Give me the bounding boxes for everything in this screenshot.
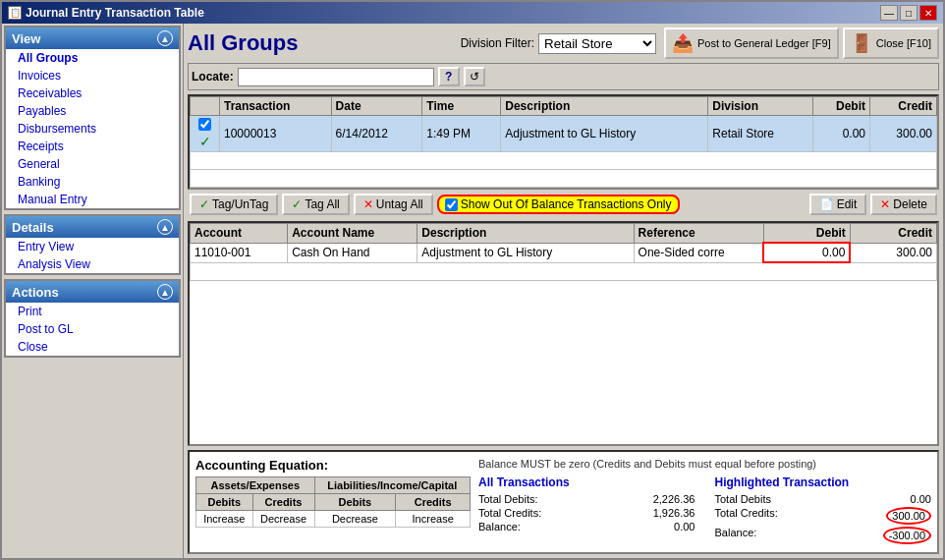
total-credits-row: Total Credits: 1,926.36 [478, 507, 695, 519]
col-time: Time [422, 97, 501, 116]
window-title: Journal Entry Transaction Table [26, 6, 204, 20]
debits-header1: Debits [196, 494, 253, 511]
actions-header: Actions ▲ [6, 281, 179, 303]
decrease1: Decrease [252, 511, 314, 528]
total-credits-value: 1,926.36 [653, 507, 695, 519]
lower-row-account-name: Cash On Hand [288, 243, 417, 262]
sidebar-item-manual-entry[interactable]: Manual Entry [6, 191, 179, 208]
sidebar-item-receipts[interactable]: Receipts [6, 138, 179, 155]
division-filter-label: Division Filter: [461, 36, 534, 50]
row-check[interactable]: ✓ [191, 116, 220, 152]
lower-col-debit: Debit [763, 224, 850, 244]
division-filter-select[interactable]: Retail Store [538, 33, 656, 54]
h-total-debits-value: 0.00 [911, 493, 931, 505]
total-debits-row: Total Debits: 2,226.36 [478, 493, 695, 505]
assets-header: Assets/Expenses [196, 477, 315, 494]
sidebar-item-payables[interactable]: Payables [6, 102, 179, 120]
locate-help-button[interactable]: ? [438, 67, 460, 86]
col-check [191, 97, 220, 116]
locate-refresh-button[interactable]: ↺ [464, 67, 485, 86]
lower-col-credit: Credit [850, 224, 936, 244]
increase2: Increase [396, 511, 471, 528]
sidebar-item-post-to-gl[interactable]: Post to GL [6, 320, 179, 338]
all-transactions-title: All Transactions [478, 476, 695, 489]
tag-untag-button[interactable]: ✓ Tag/UnTag [190, 194, 278, 215]
balance-grid: All Transactions Total Debits: 2,226.36 … [478, 476, 931, 546]
toolbar-buttons: 📤 Post to General Ledger [F9] 🚪 Close [F… [664, 28, 939, 59]
details-collapse-icon[interactable]: ▲ [157, 219, 173, 235]
header-controls: Division Filter: Retail Store 📤 Post to … [461, 28, 939, 59]
lower-col-account: Account [191, 224, 288, 244]
edit-button[interactable]: 📄 Edit [809, 194, 867, 215]
lower-col-description: Description [417, 224, 634, 244]
credits-header2: Credits [396, 494, 471, 511]
accounting-title: Accounting Equation: [195, 458, 471, 473]
minimize-button[interactable]: — [880, 5, 898, 21]
h-total-credits-row: Total Credits: 300.00 [715, 507, 932, 525]
show-out-of-balance-label[interactable]: Show Out Of Balance Transactions Only [437, 195, 680, 214]
debits-header2: Debits [314, 494, 396, 511]
h-total-debits-label: Total Debits [715, 493, 771, 505]
row-date: 6/14/2012 [331, 116, 422, 152]
untag-all-button[interactable]: ✕ Untag All [354, 194, 433, 215]
sidebar-item-general[interactable]: General [6, 155, 179, 173]
row-credit: 300.00 [869, 116, 936, 152]
sidebar-item-close[interactable]: Close [6, 338, 179, 356]
locate-bar: Locate: ? ↺ [188, 63, 939, 90]
sidebar-item-analysis-view[interactable]: Analysis View [6, 255, 179, 273]
locate-input[interactable] [238, 68, 434, 86]
maximize-button[interactable]: □ [900, 5, 917, 21]
sidebar-item-invoices[interactable]: Invoices [6, 67, 179, 84]
increase1: Increase [196, 511, 253, 528]
sidebar-item-disbursements[interactable]: Disbursements [6, 120, 179, 138]
total-debits-label: Total Debits: [478, 493, 538, 505]
sidebar-item-entry-view[interactable]: Entry View [6, 238, 179, 255]
lower-table: Account Account Name Description Referen… [190, 223, 937, 281]
content-header: All Groups Division Filter: Retail Store… [188, 28, 939, 59]
sidebar-item-receivables[interactable]: Receivables [6, 84, 179, 102]
upper-table: Transaction Date Time Description Divisi… [190, 96, 937, 188]
close-button[interactable]: 🚪 Close [F10] [843, 28, 939, 59]
highlighted-title: Highlighted Transaction [715, 476, 932, 489]
post-to-gl-button[interactable]: 📤 Post to General Ledger [F9] [664, 28, 839, 59]
division-filter: Division Filter: Retail Store [461, 33, 656, 54]
lower-row-account: 11010-001 [191, 243, 288, 262]
content-area: All Groups Division Filter: Retail Store… [184, 24, 943, 558]
all-transactions-col: All Transactions Total Debits: 2,226.36 … [478, 476, 695, 546]
h-balance-row: Balance: -300.00 [715, 527, 932, 544]
show-out-of-balance-checkbox[interactable] [445, 198, 458, 211]
view-header: View ▲ [6, 28, 179, 49]
table-row[interactable]: ✓ 10000013 6/14/2012 1:49 PM Adjustment … [191, 116, 937, 152]
sidebar-item-print[interactable]: Print [6, 303, 179, 320]
sidebar-item-all-groups[interactable]: All Groups [6, 49, 179, 67]
balance-value: 0.00 [674, 521, 695, 532]
delete-button[interactable]: ✕ Delete [870, 194, 937, 215]
col-date: Date [331, 97, 422, 116]
lower-col-account-name: Account Name [288, 224, 417, 244]
h-total-debits-row: Total Debits 0.00 [715, 493, 932, 505]
lower-table-row[interactable]: 11010-001 Cash On Hand Adjustment to GL … [191, 243, 937, 262]
edit-delete-group: 📄 Edit ✕ Delete [809, 194, 937, 215]
col-debit: Debit [812, 97, 869, 116]
view-collapse-icon[interactable]: ▲ [157, 30, 173, 46]
check-green-icon: ✓ [199, 134, 211, 149]
h-balance-value: -300.00 [883, 527, 931, 544]
col-division: Division [708, 97, 813, 116]
accounting-right: Balance MUST be zero (Credits and Debits… [478, 458, 931, 546]
title-bar: 📋 Journal Entry Transaction Table — □ ✕ [2, 2, 943, 24]
actions-collapse-icon[interactable]: ▲ [157, 284, 173, 300]
sidebar-item-banking[interactable]: Banking [6, 173, 179, 191]
accounting-equation-table: Assets/Expenses Liabilities/Income/Capit… [195, 476, 471, 528]
lower-row-credit: 300.00 [850, 243, 936, 262]
decrease2: Decrease [314, 511, 396, 528]
liabilities-header: Liabilities/Income/Capital [314, 477, 470, 494]
post-icon: 📤 [672, 32, 694, 54]
locate-label: Locate: [192, 70, 234, 84]
row-description: Adjustment to GL History [501, 116, 708, 152]
close-window-button[interactable]: ✕ [919, 5, 937, 21]
row-time: 1:49 PM [422, 116, 501, 152]
col-transaction: Transaction [220, 97, 332, 116]
tag-all-button[interactable]: ✓ Tag All [282, 194, 349, 215]
lower-table-container: Account Account Name Description Referen… [188, 221, 939, 446]
balance-note: Balance MUST be zero (Credits and Debits… [478, 458, 931, 470]
